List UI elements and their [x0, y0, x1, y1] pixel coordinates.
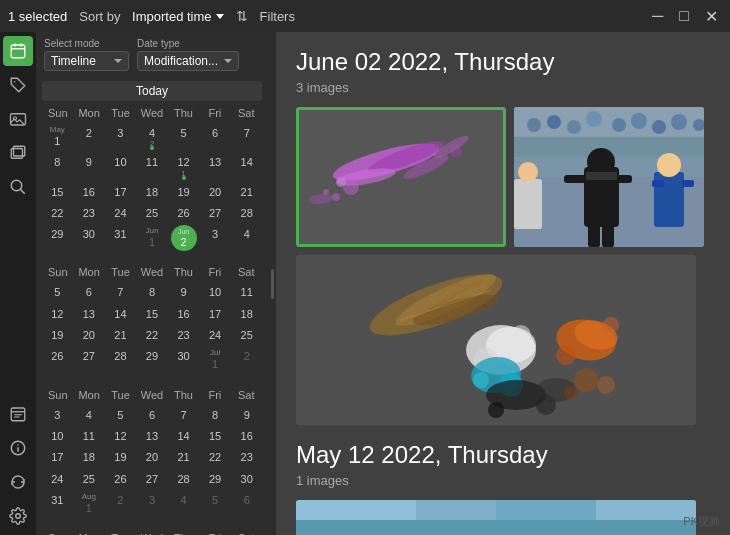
cal-day-may18[interactable]: 18: [137, 182, 168, 202]
sidebar-item-settings[interactable]: [3, 501, 33, 531]
cal-day-may14[interactable]: 14: [231, 152, 262, 180]
cal-day-jun21[interactable]: 21: [105, 325, 136, 345]
cal-day-jun4[interactable]: 4: [231, 224, 262, 252]
cal-day-jul5[interactable]: 5: [105, 405, 136, 425]
cal-day-may10[interactable]: 10: [105, 152, 136, 180]
cal-day-may17[interactable]: 17: [105, 182, 136, 202]
maximize-button[interactable]: □: [675, 7, 693, 25]
sidebar-item-info[interactable]: [3, 433, 33, 463]
cal-day-may5[interactable]: 5: [168, 123, 199, 151]
cal-day-jul11[interactable]: 11: [74, 426, 105, 446]
calendar-today-button[interactable]: Today: [42, 81, 262, 101]
cal-day-jun1[interactable]: Jun1: [137, 224, 168, 252]
cal-day-jun2-selected[interactable]: Jun2: [171, 225, 197, 251]
cal-day-jul22[interactable]: 22: [200, 447, 231, 467]
cal-day-jun26[interactable]: 26: [42, 346, 73, 374]
sidebar-item-calendar[interactable]: [3, 36, 33, 66]
cal-day-jun12[interactable]: 12: [42, 304, 73, 324]
cal-day-jul30[interactable]: 30: [231, 469, 262, 489]
cal-day-aug4[interactable]: 4: [168, 490, 199, 518]
sidebar-item-search[interactable]: [3, 172, 33, 202]
sidebar-item-albums[interactable]: [3, 138, 33, 168]
cal-day-may8[interactable]: 8: [42, 152, 73, 180]
cal-day-may30[interactable]: 30: [74, 224, 105, 252]
cal-day-may26[interactable]: 26: [168, 203, 199, 223]
photo-june02-2[interactable]: [514, 107, 704, 247]
cal-day-jun3[interactable]: 3: [200, 224, 231, 252]
cal-day-may4[interactable]: 42: [137, 123, 168, 151]
cal-day-aug6[interactable]: 6: [231, 490, 262, 518]
cal-day-jul15[interactable]: 15: [200, 426, 231, 446]
cal-day-may29[interactable]: 29: [42, 224, 73, 252]
cal-day-may13[interactable]: 13: [200, 152, 231, 180]
cal-day-may25[interactable]: 25: [137, 203, 168, 223]
cal-day-may1[interactable]: May1: [42, 123, 73, 151]
sidebar-item-photos[interactable]: [3, 104, 33, 134]
cal-day-may3[interactable]: 3: [105, 123, 136, 151]
date-type-control[interactable]: Modification...: [137, 51, 239, 71]
cal-day-jun10[interactable]: 10: [200, 282, 231, 302]
cal-day-jul27[interactable]: 27: [137, 469, 168, 489]
close-button[interactable]: ✕: [701, 7, 722, 26]
sidebar-item-sync[interactable]: [3, 467, 33, 497]
sort-direction-icon[interactable]: ⇅: [236, 8, 248, 24]
sidebar-item-tag[interactable]: [3, 70, 33, 100]
cal-day-aug5[interactable]: 5: [200, 490, 231, 518]
cal-day-may23[interactable]: 23: [74, 203, 105, 223]
cal-day-aug2[interactable]: 2: [105, 490, 136, 518]
cal-day-may16[interactable]: 16: [74, 182, 105, 202]
cal-day-jun15[interactable]: 15: [137, 304, 168, 324]
cal-day-jun30[interactable]: 30: [168, 346, 199, 374]
cal-day-jun17[interactable]: 17: [200, 304, 231, 324]
cal-day-jul26[interactable]: 26: [105, 469, 136, 489]
cal-day-jul6[interactable]: 6: [137, 405, 168, 425]
cal-day-jul18[interactable]: 18: [74, 447, 105, 467]
cal-day-jul10[interactable]: 10: [42, 426, 73, 446]
cal-day-jul3[interactable]: 3: [42, 405, 73, 425]
minimize-button[interactable]: ─: [648, 7, 667, 25]
sidebar-item-timeline[interactable]: [3, 399, 33, 429]
cal-day-jul29[interactable]: 29: [200, 469, 231, 489]
cal-day-jul23[interactable]: 23: [231, 447, 262, 467]
photo-may12-1[interactable]: [296, 500, 696, 535]
cal-day-jul4[interactable]: 4: [74, 405, 105, 425]
cal-day-aug1[interactable]: Aug1: [74, 490, 105, 518]
cal-day-jun27[interactable]: 27: [74, 346, 105, 374]
cal-day-jun11[interactable]: 11: [231, 282, 262, 302]
cal-day-jul25[interactable]: 25: [74, 469, 105, 489]
cal-day-jul7[interactable]: 7: [168, 405, 199, 425]
cal-day-may19[interactable]: 19: [168, 182, 199, 202]
cal-day-jul19[interactable]: 19: [105, 447, 136, 467]
cal-day-jul28[interactable]: 28: [168, 469, 199, 489]
cal-day-jul12[interactable]: 12: [105, 426, 136, 446]
cal-day-jun19[interactable]: 19: [42, 325, 73, 345]
cal-day-may27[interactable]: 27: [200, 203, 231, 223]
cal-day-jul1a[interactable]: Jul1: [200, 346, 231, 374]
cal-day-jul21[interactable]: 21: [168, 447, 199, 467]
cal-day-jun7[interactable]: 7: [105, 282, 136, 302]
cal-day-jun23[interactable]: 23: [168, 325, 199, 345]
cal-day-jun14[interactable]: 14: [105, 304, 136, 324]
cal-day-jul14[interactable]: 14: [168, 426, 199, 446]
cal-day-jul16[interactable]: 16: [231, 426, 262, 446]
cal-day-may7[interactable]: 7: [231, 123, 262, 151]
cal-day-jun8[interactable]: 8: [137, 282, 168, 302]
cal-day-may9[interactable]: 9: [74, 152, 105, 180]
photo-june02-3[interactable]: [296, 255, 696, 425]
cal-day-aug3[interactable]: 3: [137, 490, 168, 518]
cal-day-may31[interactable]: 31: [105, 224, 136, 252]
resize-handle[interactable]: [268, 32, 276, 535]
cal-day-jun6[interactable]: 6: [74, 282, 105, 302]
cal-day-may22[interactable]: 22: [42, 203, 73, 223]
cal-day-jun5[interactable]: 5: [42, 282, 73, 302]
cal-day-jul17[interactable]: 17: [42, 447, 73, 467]
cal-day-jul20[interactable]: 20: [137, 447, 168, 467]
cal-day-may15[interactable]: 15: [42, 182, 73, 202]
cal-day-jun24[interactable]: 24: [200, 325, 231, 345]
cal-day-may2[interactable]: 2: [74, 123, 105, 151]
cal-day-jun22[interactable]: 22: [137, 325, 168, 345]
cal-day-may21[interactable]: 21: [231, 182, 262, 202]
cal-day-may6[interactable]: 6: [200, 123, 231, 151]
cal-day-may20[interactable]: 20: [200, 182, 231, 202]
cal-day-jul31[interactable]: 31: [42, 490, 73, 518]
